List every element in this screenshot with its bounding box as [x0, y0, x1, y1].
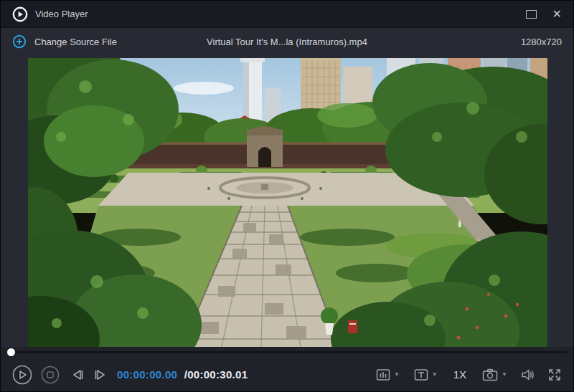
seek-thumb[interactable]: [7, 348, 15, 356]
chevron-down-icon: ▼: [432, 371, 438, 378]
volume-button[interactable]: [520, 368, 536, 382]
subtitle-button[interactable]: ▼: [414, 368, 438, 381]
seek-track[interactable]: [6, 351, 567, 353]
right-controls: ▼ ▼ 1X ▼: [376, 368, 562, 382]
speaker-icon: [520, 368, 536, 382]
audio-track-button[interactable]: ▼: [376, 368, 400, 381]
control-bar: 00:00:00.00 /00:00:30.01 ▼ ▼ 1X: [1, 358, 573, 391]
playback-speed-button[interactable]: 1X: [453, 368, 466, 381]
total-duration: /00:00:30.01: [184, 368, 248, 381]
video-filename: Virtual Tour It's M...la (Intramuros).mp…: [207, 37, 367, 47]
window-buttons: ✕: [526, 9, 562, 20]
seek-bar[interactable]: [1, 347, 573, 358]
close-icon[interactable]: ✕: [552, 9, 562, 20]
chevron-down-icon: ▼: [394, 371, 400, 378]
play-button[interactable]: [12, 365, 32, 385]
stop-button[interactable]: [41, 365, 60, 384]
fullscreen-icon: [547, 368, 562, 382]
previous-frame-button[interactable]: [71, 368, 85, 381]
video-frame[interactable]: [28, 58, 547, 347]
fullscreen-button[interactable]: [547, 368, 562, 382]
titlebar[interactable]: Video Player ✕: [1, 1, 573, 28]
toolbar: Change Source File Virtual Tour It's M..…: [1, 28, 573, 55]
video-stage[interactable]: [28, 58, 547, 347]
play-icon: [12, 365, 32, 385]
maximize-icon[interactable]: [526, 10, 537, 19]
video-resolution: 1280x720: [521, 37, 562, 47]
current-time: 00:00:00.00: [117, 368, 177, 381]
change-source-button[interactable]: Change Source File: [12, 34, 117, 49]
next-frame-button[interactable]: [93, 368, 107, 381]
window-title: Video Player: [35, 9, 88, 19]
subtitle-icon: [414, 368, 428, 381]
time-display: 00:00:00.00 /00:00:30.01: [117, 368, 248, 381]
step-forward-icon: [93, 368, 107, 381]
plus-circle-icon: [12, 34, 27, 49]
video-player-window: Video Player ✕ Change Source File Virtua…: [0, 0, 574, 392]
change-source-label: Change Source File: [34, 37, 117, 47]
step-backward-icon: [71, 368, 85, 381]
audio-track-icon: [376, 368, 390, 381]
stop-icon: [41, 365, 60, 384]
camera-icon: [482, 368, 498, 381]
chevron-down-icon: ▼: [502, 371, 507, 378]
app-logo-play-icon: [12, 6, 28, 22]
snapshot-button[interactable]: ▼: [482, 368, 507, 381]
speed-label: 1X: [453, 368, 466, 381]
